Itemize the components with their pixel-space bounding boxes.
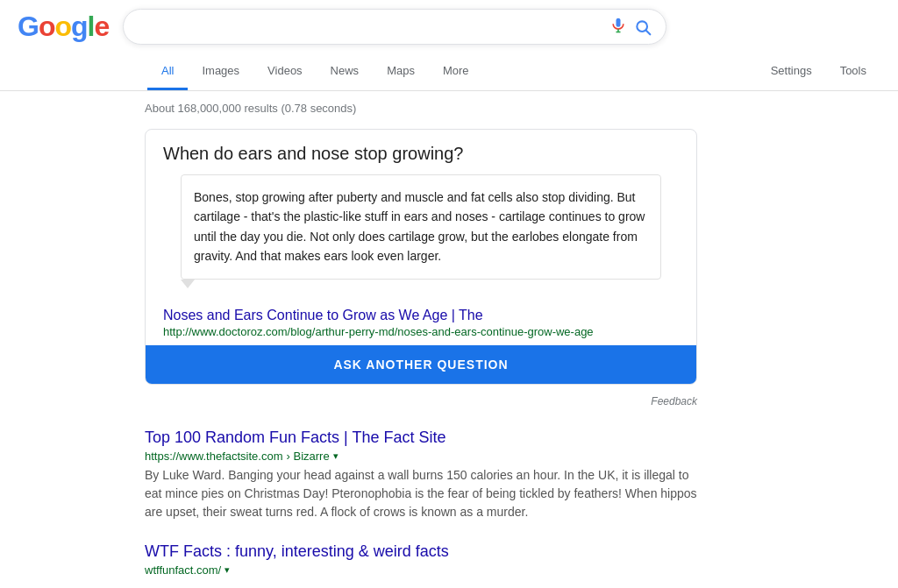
svg-line-4 bbox=[646, 30, 651, 34]
tab-videos[interactable]: Videos bbox=[253, 53, 317, 90]
result-description-1: By Luke Ward. Banging your head against … bbox=[145, 466, 697, 521]
header-top: Google fun facts bbox=[18, 9, 880, 53]
search-input[interactable]: fun facts bbox=[138, 19, 602, 35]
svg-rect-0 bbox=[616, 18, 621, 27]
search-icon[interactable] bbox=[634, 18, 652, 36]
result-url-row-1: https://www.thefactsite.com › Bizarre ▾ bbox=[145, 450, 697, 463]
snippet-answer: Bones, stop growing after puberty and mu… bbox=[181, 174, 661, 280]
tab-news[interactable]: News bbox=[317, 53, 374, 90]
result-breadcrumb-1: › Bizarre bbox=[287, 450, 330, 463]
snippet-link-url: http://www.doctoroz.com/blog/arthur-perr… bbox=[163, 325, 679, 338]
google-logo[interactable]: Google bbox=[18, 11, 109, 43]
search-result-2: WTF Facts : funny, interesting & weird f… bbox=[145, 542, 697, 577]
featured-snippet: When do ears and nose stop growing? Bone… bbox=[145, 129, 697, 385]
results-area: About 168,000,000 results (0.78 seconds)… bbox=[0, 91, 898, 588]
nav-tabs: All Images Videos News Maps More Setting… bbox=[147, 53, 880, 90]
result-dropdown-arrow-1[interactable]: ▾ bbox=[333, 450, 339, 462]
snippet-speech-bubble: Bones, stop growing after puberty and mu… bbox=[163, 174, 679, 280]
tab-images[interactable]: Images bbox=[188, 53, 253, 90]
tab-tools[interactable]: Tools bbox=[826, 53, 880, 90]
header: Google fun facts bbox=[0, 0, 898, 91]
tab-more[interactable]: More bbox=[429, 53, 483, 90]
nav-right: Settings Tools bbox=[757, 53, 880, 90]
tab-all[interactable]: All bbox=[147, 53, 188, 90]
result-dropdown-arrow-2[interactable]: ▾ bbox=[224, 564, 230, 576]
result-title-1[interactable]: Top 100 Random Fun Facts | The Fact Site bbox=[145, 429, 697, 447]
snippet-question: When do ears and nose stop growing? bbox=[146, 130, 696, 174]
search-result-1: Top 100 Random Fun Facts | The Fact Site… bbox=[145, 429, 697, 521]
search-bar: fun facts bbox=[123, 9, 666, 45]
tab-maps[interactable]: Maps bbox=[373, 53, 429, 90]
snippet-link-title[interactable]: Noses and Ears Continue to Grow as We Ag… bbox=[163, 308, 679, 323]
feedback-text[interactable]: Feedback bbox=[145, 392, 697, 411]
result-url-2: wtffunfact.com/ bbox=[145, 563, 221, 577]
result-count: About 168,000,000 results (0.78 seconds) bbox=[145, 102, 880, 115]
result-url-row-2: wtffunfact.com/ ▾ bbox=[145, 563, 697, 577]
snippet-link: Noses and Ears Continue to Grow as We Ag… bbox=[146, 294, 696, 345]
result-title-2[interactable]: WTF Facts : funny, interesting & weird f… bbox=[145, 542, 697, 561]
result-url-1: https://www.thefactsite.com bbox=[145, 450, 283, 463]
ask-another-button[interactable]: ASK ANOTHER QUESTION bbox=[146, 345, 696, 384]
tab-settings[interactable]: Settings bbox=[757, 53, 826, 90]
mic-icon[interactable] bbox=[609, 17, 627, 37]
